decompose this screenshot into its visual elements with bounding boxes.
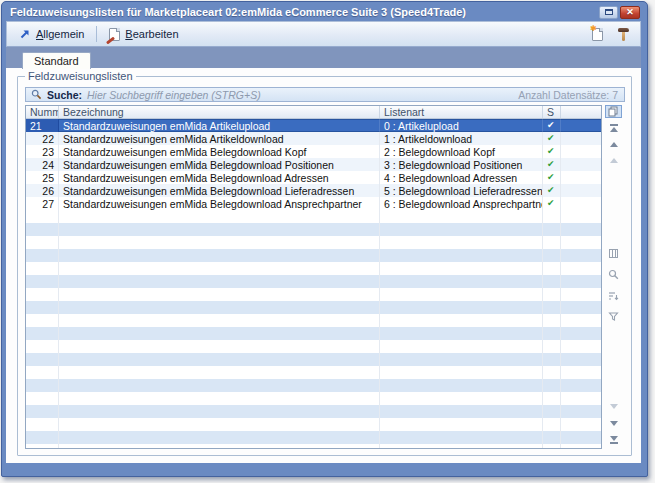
- edit-page-icon: [109, 28, 120, 41]
- bearbeiten-label: Bearbeiten: [125, 28, 178, 40]
- allgemein-button[interactable]: Allgemein: [15, 26, 88, 42]
- cell-bezeichnung[interactable]: Standardzuweisungen emMida Belegdownload…: [59, 145, 380, 158]
- empty-row: [26, 223, 601, 236]
- filter-icon: [608, 311, 619, 322]
- grid-body: 21Standardzuweisungen emMida Artikeluplo…: [26, 119, 601, 448]
- cell-extra[interactable]: [561, 197, 601, 210]
- cell-s[interactable]: ✔: [543, 197, 561, 210]
- cell-nummer[interactable]: 27: [26, 197, 59, 210]
- restore-button[interactable]: [599, 6, 618, 19]
- copy-icon: [608, 106, 619, 117]
- empty-row: [26, 340, 601, 353]
- cell-listenart[interactable]: 1 : Artikeldownload: [380, 132, 543, 145]
- cell-extra[interactable]: [561, 119, 601, 132]
- cell-listenart[interactable]: 6 : Belegdownload Ansprechpartner: [380, 197, 543, 210]
- window-title: Feldzuweisungslisten für Marketplaceart …: [10, 6, 599, 18]
- cell-nummer[interactable]: 21: [26, 119, 59, 132]
- empty-row: [26, 327, 601, 340]
- cell-bezeichnung[interactable]: Standardzuweisungen emMida Belegdownload…: [59, 197, 380, 210]
- cell-nummer[interactable]: 22: [26, 132, 59, 145]
- groupbox-label: Feldzuweisungslisten: [25, 70, 136, 82]
- prev-row-icon: [610, 142, 618, 147]
- last-row-button[interactable]: [605, 434, 622, 446]
- column-header-s[interactable]: S: [543, 106, 561, 118]
- cell-listenart[interactable]: 3 : Belegdownload Positionen: [380, 158, 543, 171]
- sort-button[interactable]: [605, 290, 622, 302]
- client-area: Standard Feldzuweisungslisten Suche: Hie…: [6, 47, 641, 463]
- table-row[interactable]: 23Standardzuweisungen emMida Belegdownlo…: [26, 145, 601, 158]
- first-row-button[interactable]: [605, 122, 622, 134]
- new-page-icon: ✱: [592, 28, 603, 41]
- empty-row: [26, 431, 601, 444]
- next-page-button[interactable]: [605, 400, 622, 412]
- table-row[interactable]: 24Standardzuweisungen emMida Belegdownlo…: [26, 158, 601, 171]
- search-label: Suche:: [47, 89, 82, 101]
- cell-bezeichnung[interactable]: Standardzuweisungen emMida Belegdownload…: [59, 184, 380, 197]
- prev-page-icon: [610, 158, 618, 163]
- column-header-listenart[interactable]: Listenart: [380, 106, 543, 118]
- column-header-nummer[interactable]: Nummer: [26, 106, 59, 118]
- cell-bezeichnung[interactable]: Standardzuweisungen emMida Belegdownload…: [59, 158, 380, 171]
- search-bar[interactable]: Suche: Hier Suchbegriff eingeben (STRG+S…: [25, 87, 625, 102]
- search-icon: [31, 89, 42, 100]
- search-input[interactable]: Hier Suchbegriff eingeben (STRG+S): [87, 89, 261, 101]
- grid-navigator: [602, 105, 625, 449]
- cell-listenart[interactable]: 2 : Belegdownload Kopf: [380, 145, 543, 158]
- bearbeiten-button[interactable]: Bearbeiten: [105, 26, 182, 43]
- cell-s[interactable]: ✔: [543, 145, 561, 158]
- cell-bezeichnung[interactable]: Standardzuweisungen emMida Belegdownload…: [59, 171, 380, 184]
- filter-button[interactable]: [605, 311, 622, 323]
- next-row-icon: [610, 421, 618, 426]
- cell-s[interactable]: ✔: [543, 184, 561, 197]
- cell-s[interactable]: ✔: [543, 158, 561, 171]
- cell-s[interactable]: ✔: [543, 171, 561, 184]
- new-page-button[interactable]: ✱: [588, 26, 607, 43]
- hammer-button[interactable]: [613, 25, 634, 43]
- cell-nummer[interactable]: 26: [26, 184, 59, 197]
- table-row[interactable]: 27Standardzuweisungen emMida Belegdownlo…: [26, 197, 601, 210]
- empty-row: [26, 366, 601, 379]
- column-header-extra[interactable]: [561, 106, 601, 118]
- cell-extra[interactable]: [561, 171, 601, 184]
- cell-nummer[interactable]: 25: [26, 171, 59, 184]
- column-header-bezeichnung[interactable]: Bezeichnung: [59, 106, 380, 118]
- cell-extra[interactable]: [561, 145, 601, 158]
- prev-row-button[interactable]: [605, 138, 622, 150]
- cell-bezeichnung[interactable]: Standardzuweisungen emMida Artikeldownlo…: [59, 132, 380, 145]
- data-grid[interactable]: NummerBezeichnungListenartS 21Standardzu…: [25, 105, 602, 449]
- next-row-button[interactable]: [605, 417, 622, 429]
- table-row[interactable]: 22Standardzuweisungen emMida Artikeldown…: [26, 132, 601, 145]
- table-row[interactable]: 26Standardzuweisungen emMida Belegdownlo…: [26, 184, 601, 197]
- cell-listenart[interactable]: 4 : Belegdownload Adressen: [380, 171, 543, 184]
- cell-extra[interactable]: [561, 132, 601, 145]
- close-button[interactable]: ✕: [620, 6, 640, 19]
- empty-row: [26, 249, 601, 262]
- cell-listenart[interactable]: 5 : Belegdownload Lieferadressen: [380, 184, 543, 197]
- cell-s[interactable]: ✔: [543, 132, 561, 145]
- sort-icon: [608, 290, 619, 301]
- copy-button[interactable]: [605, 105, 622, 118]
- empty-row: [26, 275, 601, 288]
- empty-row: [26, 444, 601, 448]
- cell-nummer[interactable]: 23: [26, 145, 59, 158]
- titlebar[interactable]: Feldzuweisungslisten für Marketplaceart …: [6, 4, 641, 21]
- cell-extra[interactable]: [561, 158, 601, 171]
- cell-extra[interactable]: [561, 184, 601, 197]
- check-icon: ✔: [547, 147, 555, 156]
- dialog-window: Feldzuweisungslisten für Marketplaceart …: [1, 1, 648, 477]
- tab-standard[interactable]: Standard: [22, 52, 91, 69]
- table-row[interactable]: 25Standardzuweisungen emMida Belegdownlo…: [26, 171, 601, 184]
- columns-button[interactable]: [605, 248, 622, 260]
- empty-row: [26, 236, 601, 249]
- prev-page-button[interactable]: [605, 154, 622, 166]
- cell-listenart[interactable]: 0 : Artikelupload: [380, 119, 543, 132]
- grid-header[interactable]: NummerBezeichnungListenartS: [26, 106, 601, 119]
- cell-s[interactable]: ✔: [543, 119, 561, 132]
- table-row[interactable]: 21Standardzuweisungen emMida Artikeluplo…: [26, 119, 601, 132]
- check-icon: ✔: [547, 134, 555, 143]
- cell-nummer[interactable]: 24: [26, 158, 59, 171]
- toolbar-separator: [96, 26, 97, 42]
- empty-row: [26, 418, 601, 431]
- cell-bezeichnung[interactable]: Standardzuweisungen emMida Artikelupload: [59, 119, 380, 132]
- zoom-button[interactable]: [605, 269, 622, 281]
